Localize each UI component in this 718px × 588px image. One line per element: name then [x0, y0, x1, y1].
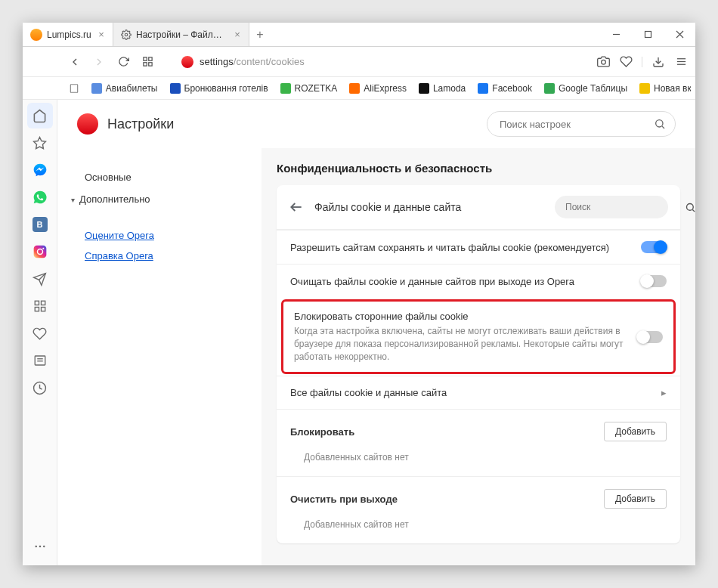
tab-label: Настройки – Файлы cookie — [136, 29, 227, 40]
close-icon[interactable]: × — [232, 29, 243, 40]
card-search-input[interactable] — [565, 202, 679, 212]
maximize-button[interactable] — [632, 23, 664, 46]
bookmark-item[interactable]: Lamoda — [414, 82, 470, 95]
close-button[interactable] — [664, 23, 695, 46]
bookmark-label: Новая вкладка — [654, 83, 691, 94]
star-icon[interactable] — [27, 130, 53, 156]
bookmark-button[interactable] — [616, 52, 636, 72]
row-all-cookies[interactable]: Все файлы cookie и данные сайта ▸ — [277, 376, 680, 409]
svg-rect-11 — [71, 84, 78, 92]
back-arrow-button[interactable] — [289, 200, 304, 215]
row-allow-cookies: Разрешить сайтам сохранять и читать файл… — [277, 230, 680, 264]
nav-help-link[interactable]: Справка Opera — [71, 246, 262, 266]
minimize-button[interactable] — [600, 23, 632, 46]
tab-label: Lumpics.ru — [47, 29, 91, 40]
url-field[interactable]: settings/content/cookies — [177, 56, 589, 68]
bookmark-favicon — [280, 83, 291, 94]
show-bookmarks-icon[interactable] — [65, 79, 84, 98]
opera-icon — [181, 56, 193, 68]
tab-strip: Lumpics.ru × Настройки – Файлы cookie × … — [23, 23, 600, 46]
card-search-box[interactable] — [555, 196, 668, 218]
svg-point-30 — [687, 203, 694, 210]
svg-rect-3 — [148, 57, 151, 60]
nav-rate-link[interactable]: Оцените Opera — [71, 225, 262, 246]
block-label: Блокировать — [290, 426, 604, 438]
add-block-button[interactable]: Добавить — [604, 422, 667, 441]
bookmark-item[interactable]: Авиабилеты — [87, 82, 162, 95]
speed-dial-icon[interactable] — [27, 293, 53, 319]
svg-line-28 — [662, 126, 664, 128]
snapshot-button[interactable] — [593, 52, 613, 72]
url-prefix: settings — [200, 56, 234, 67]
add-clear-exit-button[interactable]: Добавить — [604, 489, 667, 509]
svg-rect-19 — [41, 308, 45, 311]
tab-settings[interactable]: Настройки – Файлы cookie × — [113, 23, 249, 46]
svg-rect-1 — [645, 32, 651, 38]
bookmark-item[interactable]: Бронювання готелів — [166, 82, 273, 95]
bookmark-favicon — [544, 83, 555, 94]
clear-exit-label: Очистить при выходе — [290, 494, 604, 505]
vk-icon[interactable]: B — [27, 212, 53, 237]
svg-rect-16 — [35, 301, 39, 305]
svg-rect-18 — [35, 308, 39, 311]
bookmark-item[interactable]: Facebook — [473, 82, 537, 95]
history-icon[interactable] — [27, 375, 53, 401]
news-icon[interactable] — [27, 348, 53, 373]
block-section-header: Блокировать Добавить — [277, 410, 680, 447]
row-clear-on-exit: Очищать файлы cookie и данные сайтов при… — [277, 264, 680, 298]
back-button[interactable] — [65, 52, 85, 72]
reload-button[interactable] — [113, 52, 133, 72]
svg-point-0 — [125, 33, 128, 36]
bookmark-favicon — [478, 83, 488, 94]
clear-exit-empty-message: Добавленных сайтов нет — [277, 515, 680, 543]
card-header: Файлы cookie и данные сайта — [277, 185, 680, 230]
search-icon — [685, 202, 695, 213]
block-empty-message: Добавленных сайтов нет — [277, 447, 680, 476]
row-label: Блокировать сторонние файлы cookie — [294, 311, 637, 322]
bookmark-favicon — [639, 83, 650, 94]
whatsapp-icon[interactable] — [27, 184, 53, 210]
home-icon[interactable] — [27, 103, 53, 128]
speed-dial-button[interactable] — [138, 52, 157, 72]
bookmark-favicon — [419, 83, 429, 94]
instagram-icon[interactable] — [27, 239, 53, 265]
vertical-sidebar: B — [23, 100, 57, 565]
heart-icon[interactable] — [27, 320, 53, 346]
bookmark-label: Авиабилеты — [106, 83, 158, 94]
close-icon[interactable]: × — [96, 29, 107, 40]
search-icon — [654, 118, 666, 130]
toggle-allow-cookies[interactable] — [641, 241, 667, 253]
easy-setup-button[interactable] — [671, 52, 691, 72]
downloads-button[interactable] — [648, 52, 668, 72]
url-rest: /content/cookies — [234, 56, 305, 67]
settings-search-input[interactable] — [500, 119, 648, 130]
address-bar: settings/content/cookies — [23, 47, 695, 77]
messenger-icon[interactable] — [27, 157, 53, 183]
bookmark-item[interactable]: AliExpress — [345, 82, 411, 95]
content-area: B Настройки Основные Допо — [23, 100, 695, 565]
toggle-clear-on-exit[interactable] — [641, 275, 667, 287]
new-tab-button[interactable]: + — [249, 23, 271, 46]
nav-basic[interactable]: Основные — [71, 166, 262, 188]
settings-nav: Основные Дополнительно Оцените Opera Спр… — [57, 148, 262, 565]
titlebar: Lumpics.ru × Настройки – Файлы cookie × … — [23, 23, 695, 47]
svg-point-24 — [35, 546, 37, 548]
row-description: Когда эта настройка включена, сайты не м… — [294, 325, 637, 363]
svg-point-27 — [656, 120, 663, 127]
opera-logo — [77, 113, 98, 135]
bookmark-item[interactable]: Google Таблицы — [540, 82, 632, 95]
more-icon[interactable] — [27, 534, 53, 559]
bookmark-item[interactable]: Новая вкладка — [635, 82, 691, 95]
bookmark-label: AliExpress — [364, 83, 407, 94]
settings-search-box[interactable] — [487, 111, 676, 137]
toggle-block-third-party[interactable] — [637, 331, 663, 343]
forward-button[interactable] — [89, 52, 109, 72]
svg-point-26 — [42, 546, 45, 548]
bookmark-item[interactable]: ROZETKA — [276, 82, 342, 95]
favicon-lumpics — [30, 29, 42, 41]
send-icon[interactable] — [27, 266, 53, 292]
tab-lumpics[interactable]: Lumpics.ru × — [23, 23, 113, 46]
svg-rect-20 — [35, 356, 45, 365]
page-body: Основные Дополнительно Оцените Opera Спр… — [57, 148, 695, 565]
nav-advanced[interactable]: Дополнительно — [71, 188, 262, 210]
